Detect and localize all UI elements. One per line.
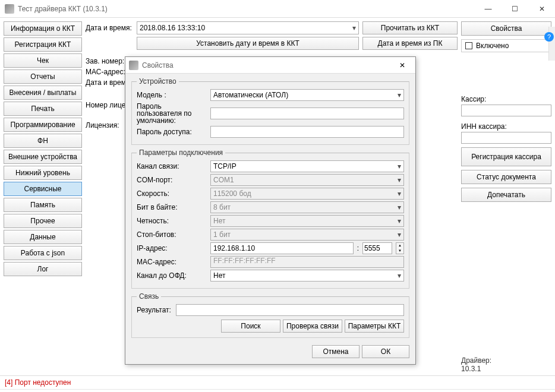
bits-select: 8 бит	[210, 201, 404, 213]
stop-select: 1 бит	[210, 229, 404, 241]
sidebar-item-8[interactable]: Внешние устройства	[4, 150, 82, 164]
dialog-close-button[interactable]: ✕	[393, 58, 412, 73]
driver-version: 10.3.1	[461, 365, 551, 373]
app-icon	[5, 4, 14, 14]
sidebar-item-2[interactable]: Чек	[4, 53, 82, 68]
kkt-params-button[interactable]: Параметры ККТ	[345, 320, 404, 333]
datetime-from-pc-button[interactable]: Дата и время из ПК	[362, 37, 458, 50]
port-input[interactable]	[362, 242, 392, 254]
sidebar: Информация о ККТРегистрация ККТЧекОтчеты…	[4, 21, 82, 375]
maximize-button[interactable]: ☐	[502, 0, 528, 17]
ip-input[interactable]	[210, 242, 354, 254]
datetime-label: Дата и время:	[86, 24, 133, 32]
register-cashier-button[interactable]: Регистрация кассира	[461, 147, 551, 166]
properties-dialog: Свойства ✕ Устройство Модель : Автоматич…	[125, 56, 416, 365]
check-connection-button[interactable]: Проверка связи	[283, 320, 342, 333]
sidebar-item-0[interactable]: Информация о ККТ	[4, 21, 82, 36]
conn-group-label: Параметры подключения	[137, 148, 225, 157]
reprint-button[interactable]: Допечатать	[461, 188, 551, 202]
parity-select: Нет	[210, 215, 404, 227]
port-spinner[interactable]: ▲▼	[396, 242, 404, 254]
result-label: Результат:	[137, 306, 172, 314]
sidebar-item-6[interactable]: Программирование	[4, 118, 82, 132]
cashier-label: Кассир:	[461, 95, 551, 103]
ofd-select[interactable]: Нет	[210, 270, 404, 282]
search-button[interactable]: Поиск	[221, 320, 280, 333]
sidebar-item-7[interactable]: ФН	[4, 134, 82, 148]
access-pwd-input[interactable]	[210, 126, 404, 138]
help-icon[interactable]: ?	[544, 32, 554, 42]
cashier-inn-label: ИНН кассира:	[461, 122, 551, 131]
mac-input: FF:FF:FF:FF:FF:FF	[210, 256, 404, 268]
status-error: [4] Порт недоступен	[0, 375, 555, 389]
right-panel: Свойства Включено Кассир: ИНН кассира: Р…	[461, 21, 551, 375]
sidebar-item-11[interactable]: Память	[4, 198, 82, 212]
sidebar-item-3[interactable]: Отчеты	[4, 69, 82, 84]
sidebar-item-12[interactable]: Прочее	[4, 214, 82, 228]
dialog-title: Свойства	[142, 61, 393, 69]
read-kkt-button[interactable]: Прочитать из ККТ	[362, 21, 458, 34]
set-datetime-button[interactable]: Установить дату и время в ККТ	[137, 37, 359, 50]
dialog-icon	[129, 61, 138, 70]
minimize-button[interactable]: —	[475, 0, 502, 17]
window-title: Тест драйвера ККТ (10.3.1)	[18, 5, 475, 13]
com-select: COM1	[210, 174, 404, 186]
user-pwd-label: Пароль пользователя по умолчанию:	[137, 103, 207, 124]
sidebar-item-5[interactable]: Печать	[4, 102, 82, 116]
model-select[interactable]: Автоматически (АТОЛ)	[210, 89, 404, 101]
sidebar-item-4[interactable]: Внесения / выплаты	[4, 86, 82, 100]
file-row: ▦ 06.03.2018 16:59 Презентация Mic... 2 …	[0, 389, 555, 392]
sidebar-item-14[interactable]: Работа с json	[4, 246, 82, 260]
channel-select[interactable]: TCP/IP	[210, 160, 404, 172]
ok-button[interactable]: ОК	[362, 345, 409, 358]
titlebar: Тест драйвера ККТ (10.3.1) — ☐ ✕	[0, 0, 555, 18]
user-pwd-input[interactable]	[210, 108, 404, 119]
model-label: Модель :	[137, 91, 207, 99]
link-group-label: Связь	[137, 292, 161, 301]
sidebar-item-1[interactable]: Регистрация ККТ	[4, 37, 82, 52]
properties-button[interactable]: Свойства	[461, 21, 551, 36]
enabled-label: Включено	[476, 42, 509, 50]
close-button[interactable]: ✕	[528, 0, 555, 17]
result-input[interactable]	[176, 304, 404, 316]
driver-label: Драйвер:	[461, 356, 551, 365]
enabled-checkbox-row[interactable]: Включено	[461, 39, 551, 52]
doc-status-button[interactable]: Статус документа	[461, 170, 551, 184]
sidebar-item-9[interactable]: Нижний уровень	[4, 166, 82, 180]
cashier-input[interactable]	[461, 105, 551, 116]
sidebar-item-15[interactable]: Лог	[4, 262, 82, 276]
speed-select: 115200 бод	[210, 188, 404, 200]
access-pwd-label: Пароль доступа:	[137, 128, 207, 136]
sidebar-item-10[interactable]: Сервисные	[4, 182, 82, 196]
cashier-inn-input[interactable]	[461, 132, 551, 144]
cancel-button[interactable]: Отмена	[312, 345, 360, 358]
sidebar-item-13[interactable]: Данные	[4, 230, 82, 244]
device-group-label: Устройство	[137, 77, 179, 86]
checkbox-icon[interactable]	[465, 42, 472, 49]
datetime-select[interactable]: 2018.08.16 13:33:10	[137, 21, 359, 34]
